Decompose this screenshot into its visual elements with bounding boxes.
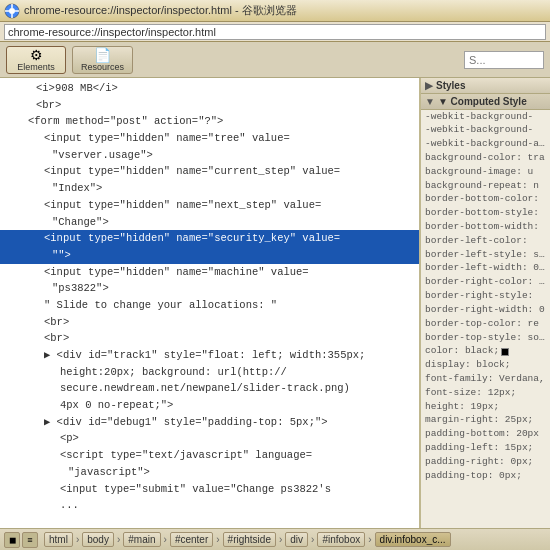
breadcrumb: html›body›#main›#center›#rightside›div›#… [44, 532, 451, 547]
style-prop: -webkit-background-attachme [425, 138, 546, 151]
style-item: border-right-color: re [421, 276, 550, 290]
dom-line[interactable]: ... [0, 497, 419, 514]
breadcrumb-separator: › [215, 534, 220, 545]
styles-panel: ▶ Styles ▼ ▼ Computed Style -webkit-back… [420, 78, 550, 528]
style-prop: border-left-width: 0px [425, 262, 546, 275]
dom-panel[interactable]: <i>908 MB</i><br><form method="post" act… [0, 78, 420, 528]
dom-line[interactable]: <form method="post" action="?"> [0, 113, 419, 130]
style-item: background-image: u [421, 165, 550, 179]
dom-line[interactable]: <p> [0, 430, 419, 447]
styles-header[interactable]: ▶ Styles [421, 78, 550, 94]
breadcrumb-item[interactable]: html [44, 532, 73, 547]
style-item: border-left-style: soli [421, 248, 550, 262]
breadcrumb-item[interactable]: #rightside [223, 532, 276, 547]
style-item: border-right-width: 0 [421, 303, 550, 317]
resources-button[interactable]: 📄 Resources [72, 46, 133, 74]
dom-line[interactable]: height:20px; background: url(http:// [0, 364, 419, 381]
style-item: -webkit-background- [421, 110, 550, 124]
dom-line[interactable]: <input type="hidden" name="tree" value= [0, 130, 419, 147]
dom-line[interactable]: "Change"> [0, 214, 419, 231]
style-prop: margin-right: 25px; [425, 414, 533, 427]
style-item: border-bottom-style: [421, 207, 550, 221]
dom-line[interactable]: <input type="hidden" name="current_step"… [0, 163, 419, 180]
breadcrumb-item[interactable]: #main [123, 532, 160, 547]
style-prop: font-family: Verdana, [425, 373, 545, 386]
breadcrumb-item[interactable]: div [285, 532, 308, 547]
browser-icon [4, 3, 20, 19]
dom-line[interactable]: <br> [0, 97, 419, 114]
style-prop: border-bottom-color: [425, 193, 539, 206]
style-prop: border-left-color: [425, 235, 528, 248]
dom-line[interactable]: secure.newdream.net/newpanel/slider-trac… [0, 380, 419, 397]
style-prop: height: 19px; [425, 401, 499, 414]
style-item: -webkit-background-attachme [421, 138, 550, 152]
title-text: chrome-resource://inspector/inspector.ht… [24, 3, 297, 18]
style-item: margin-right: 25px; [421, 414, 550, 428]
style-prop: border-bottom-width: [425, 221, 539, 234]
style-prop: display: block; [425, 359, 511, 372]
breadcrumb-separator: › [116, 534, 121, 545]
dom-line[interactable]: 4px 0 no-repeat;"> [0, 397, 419, 414]
inspect-icon[interactable]: ≡ [22, 532, 38, 548]
style-item: font-size: 12px; [421, 386, 550, 400]
breadcrumb-separator: › [310, 534, 315, 545]
computed-style-label: ▼ Computed Style [438, 96, 527, 107]
styles-header-label: Styles [436, 80, 465, 91]
dom-line[interactable]: "Index"> [0, 180, 419, 197]
computed-style-header[interactable]: ▼ ▼ Computed Style [421, 94, 550, 110]
dom-line[interactable]: <br> [0, 314, 419, 331]
style-item: padding-bottom: 20px [421, 428, 550, 442]
styles-arrow: ▶ [425, 80, 433, 91]
style-prop: background-repeat: n [425, 180, 539, 193]
dom-line[interactable]: ▶ <div id="track1" style="float: left; w… [0, 347, 419, 364]
breadcrumb-separator: › [75, 534, 80, 545]
search-input[interactable] [464, 51, 544, 69]
elements-label: Elements [17, 62, 55, 72]
dom-line[interactable]: <script type="text/javascript" language= [0, 447, 419, 464]
stop-icon[interactable]: ◼ [4, 532, 20, 548]
style-item: padding-left: 15px; [421, 442, 550, 456]
dom-line[interactable]: ▶ <div id="debug1" style="padding-top: 5… [0, 414, 419, 431]
style-item: border-right-style: [421, 290, 550, 304]
style-item: padding-right: 0px; [421, 455, 550, 469]
style-prop: background-image: u [425, 166, 533, 179]
resources-label: Resources [81, 62, 124, 72]
style-item: border-bottom-width: [421, 221, 550, 235]
breadcrumb-item[interactable]: #center [170, 532, 213, 547]
dom-line[interactable]: <input type="hidden" name="security_key"… [0, 230, 419, 247]
dom-line[interactable]: "vserver.usage"> [0, 147, 419, 164]
dom-line[interactable]: <input type="submit" value="Change ps382… [0, 481, 419, 498]
style-prop: padding-bottom: 20px [425, 428, 539, 441]
address-input[interactable] [4, 24, 546, 40]
style-item: border-top-style: soli [421, 331, 550, 345]
dom-line[interactable]: <br> [0, 330, 419, 347]
breadcrumb-item[interactable]: #infobox [317, 532, 365, 547]
dom-line[interactable]: ""> [0, 247, 419, 264]
style-item: height: 19px; [421, 400, 550, 414]
style-prop: border-right-color: re [425, 276, 546, 289]
style-item: display: block; [421, 359, 550, 373]
style-prop: background-color: tra [425, 152, 545, 165]
breadcrumb-item[interactable]: div.infobox_c... [375, 532, 451, 547]
style-prop: padding-top: 0px; [425, 470, 522, 483]
dom-line[interactable]: "javascript"> [0, 464, 419, 481]
breadcrumb-separator: › [163, 534, 168, 545]
style-prop: border-top-style: soli [425, 332, 546, 345]
dom-line[interactable]: <input type="hidden" name="next_step" va… [0, 197, 419, 214]
style-prop: padding-left: 15px; [425, 442, 533, 455]
status-icons: ◼ ≡ [4, 532, 38, 548]
dom-line[interactable]: " Slide to change your allocations: " [0, 297, 419, 314]
style-item: border-left-color: [421, 234, 550, 248]
style-item: color: black; [421, 345, 550, 359]
style-item: border-top-color: re [421, 317, 550, 331]
style-item: background-color: tra [421, 151, 550, 165]
dom-line[interactable]: <input type="hidden" name="machine" valu… [0, 264, 419, 281]
style-item: border-left-width: 0px [421, 262, 550, 276]
elements-button[interactable]: ⚙ Elements [6, 46, 66, 74]
breadcrumb-item[interactable]: body [82, 532, 114, 547]
style-item: -webkit-background- [421, 124, 550, 138]
style-prop: font-size: 12px; [425, 387, 516, 400]
style-item: background-repeat: n [421, 179, 550, 193]
dom-line[interactable]: "ps3822"> [0, 280, 419, 297]
dom-line[interactable]: <i>908 MB</i> [0, 80, 419, 97]
